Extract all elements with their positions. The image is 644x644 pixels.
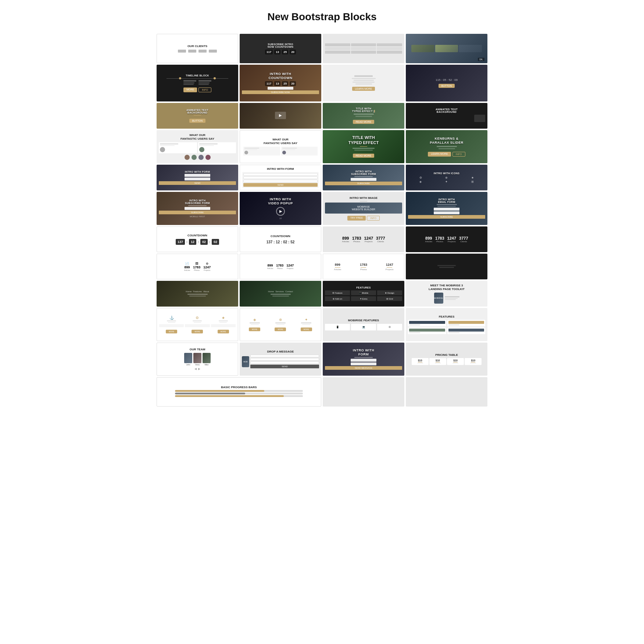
mobirise-features-label: MOBIRISE FEATURES <box>325 319 402 322</box>
basic-progress-block: Basic Progress Bars <box>157 377 321 407</box>
photo-mountain-block: 04. <box>406 34 487 63</box>
intro-form-2-label: INTRO WITH FORM <box>242 167 319 171</box>
stats-icons-2-block: 899 Articles 1783 Photos 1247 Projects <box>240 254 321 279</box>
empty-dark-block <box>406 254 487 279</box>
drop-message-label: DROP A MESSAGE <box>242 350 319 354</box>
our-clients-block[interactable]: OUR CLIENTS <box>157 34 238 63</box>
intro-video-popup-block[interactable]: INTRO WITHVIDEO POPUP ▶ 18 <box>240 192 321 225</box>
stats-light-block: 899 Articles 1783 Photos 1247 Projects 3… <box>323 226 404 252</box>
users-say-2-label: WHAT OURFANTASTIC USERS SAY <box>242 138 319 145</box>
counter-label: 04. <box>478 58 484 61</box>
mobirise-features-block: MOBIRISE FEATURES 📱 💻 ⚙ <box>323 308 404 341</box>
title-typed-2-block[interactable]: TITLE WITHTYPED EFFECT READ MORE <box>323 130 404 163</box>
stats-dark-block: 899 Articles 1783 Photos 1247 Projects 3… <box>406 226 487 252</box>
kenburns-block[interactable]: KENBURNS &PARALLAX SLIDER LEARN MORE INF… <box>406 130 487 163</box>
countdown-photo-block[interactable]: 115 : 05 : 52 : 09 BUTTON <box>406 65 487 101</box>
empty-filler-1 <box>323 377 404 407</box>
desk-photo-block: ▶ <box>240 103 321 129</box>
countdown-1-block: COUNTDOWN 137 : 12 : 02 : 02 <box>157 226 238 252</box>
photo-menu-1-block: Home Features About <box>157 281 238 307</box>
features-1-block: FEATURES ⚙ Feature 📱 Mobile ★ Design ⊕ A… <box>323 281 404 307</box>
empty-filler-2 <box>406 377 487 407</box>
our-clients-label: OUR CLIENTS <box>159 44 236 48</box>
subscribe-countdown-block[interactable]: SUBSCRIBE INTRONOW COUNTDOWN 117 13 25 2… <box>240 34 321 63</box>
animated-text-bg-2-block[interactable]: ANIMATED TEXTBACKGROUND <box>406 103 487 129</box>
timeline-btn-2[interactable]: INFO <box>198 87 211 92</box>
our-team-label: OUR TEAM <box>159 348 236 351</box>
countdown-h1: 13 <box>274 50 280 54</box>
title-typed-1-block[interactable]: TITLE WITHTYPED EFFECT | READ MORE <box>323 103 404 129</box>
animated-text-bg-2-label: ANIMATED TEXTBACKGROUND <box>408 108 485 113</box>
our-team-block: OUR TEAM John Anna Mike ◀ ▶ <box>157 343 238 376</box>
users-say-1-block: WHAT OURFANTASTIC USERS SAY <box>157 130 238 163</box>
drop-message-block[interactable]: DROP A MESSAGE MOB SEND <box>240 343 321 376</box>
countdown-1-label: COUNTDOWN <box>159 234 236 237</box>
intro-icons-block[interactable]: INTRO WITH ICONS ⚙ ⊕ ★ ◈ ✦ ⊞ <box>406 165 487 190</box>
kenburns-label: KENBURNS &PARALLAX SLIDER <box>408 137 485 145</box>
timeline-block[interactable]: TIMELINE BLOCK MORE INFO <box>157 65 238 101</box>
features-text-block: LEARN MORE <box>323 65 404 101</box>
countdown-2-block: COUNTDOWN 137 : 12 : 02 : 52 <box>240 226 321 252</box>
intro-email-form-label: INTRO WITHEMAIL FORM <box>408 198 485 203</box>
blocks-grid: OUR CLIENTS SUBSCRIBE INTRONOW COUNTDOWN… <box>157 34 487 407</box>
countdown-m1: 25 <box>282 50 288 54</box>
title-typed-1-label: TITLE WITHTYPED EFFECT | <box>325 107 402 112</box>
services-1-block: ⚓ ⚙ ★ MORE <box>157 308 238 341</box>
pricing-table-block: PRICING TABLE $10 $10 $10 <box>406 343 487 376</box>
intro-countdown-block[interactable]: INTRO WITHCOUNTDOWN 117 13 25 20 SUBSCRI… <box>240 65 321 101</box>
title-typed-2-label: TITLE WITHTYPED EFFECT <box>325 135 402 145</box>
timeline-label: TIMELINE BLOCK <box>159 74 236 77</box>
basic-progress-label: Basic Progress Bars <box>159 386 319 389</box>
meet-toolkit-label: MEET THE MOBIRISE 3LANDING PAGE TOOLKIT <box>408 284 485 291</box>
subscribe-now-btn[interactable]: SUBSCRIBE NOW <box>242 90 319 94</box>
intro-form-dark-block[interactable]: INTRO WITHFORM SEND MESSAGE <box>323 343 404 376</box>
meet-toolkit-block[interactable]: MEET THE MOBIRISE 3LANDING PAGE TOOLKIT … <box>406 281 487 307</box>
subscribe-countdown-label: SUBSCRIBE INTRONOW COUNTDOWN <box>242 43 319 48</box>
pricing-table-label: PRICING TABLE <box>408 353 485 357</box>
intro-icons-label: INTRO WITH ICONS <box>408 172 485 175</box>
users-say-1-label: WHAT OURFANTASTIC USERS SAY <box>159 133 236 140</box>
intro-form-1-block[interactable]: INTRO WITH FORM SEND <box>157 165 238 190</box>
services-2-block: ◈ MORE ⊕ MORE ✦ MORE <box>240 308 321 341</box>
animated-text-bg-1-block[interactable]: ANIMATED TEXTBACKGROUND BUTTON <box>157 103 238 129</box>
photo-menu-2-block: Home Services Contact <box>240 281 321 307</box>
intro-with-image-block[interactable]: INTRO WITH IMAGE MOBIRISEWEBSITE BUILDER… <box>323 192 404 225</box>
intro-sub-form-2-block[interactable]: INTRO WITHSUBSCRIBE FORM SUBSCRIBE MOBIL… <box>157 192 238 225</box>
intro-form-dark-label: INTRO WITHFORM <box>325 348 402 357</box>
intro-video-popup-label: INTRO WITHVIDEO POPUP <box>242 197 319 205</box>
intro-countdown-label: INTRO WITHCOUNTDOWN <box>242 72 319 80</box>
users-say-2-block: WHAT OURFANTASTIC USERS SAY <box>240 130 321 163</box>
animated-text-bg-1-label: ANIMATED TEXTBACKGROUND <box>159 109 236 114</box>
countdown-d1: 117 <box>265 50 273 54</box>
intro-subscribe-form-label: INTRO WITHSUBSCRIBE FORM <box>325 170 402 175</box>
stats-3col-block: 899 Articles 1783 Photos 1247 Projects <box>323 254 404 279</box>
intro-subscribe-form-block[interactable]: INTRO WITHSUBSCRIBE FORM SUBSCRIBE <box>323 165 404 190</box>
features-2-block: FEATURES <box>406 308 487 341</box>
timeline-btn-1[interactable]: MORE <box>183 87 197 92</box>
countdown-s1: 20 <box>290 50 296 54</box>
intro-sub-form-2-label: INTRO WITHSUBSCRIBE FORM <box>159 199 236 204</box>
intro-with-image-label: INTRO WITH IMAGE <box>325 196 402 200</box>
stats-icons-1-block: 📄 899 Articles 🖼 1783 Photos ⚙ 1247 Proj… <box>157 254 238 279</box>
features-1-label: FEATURES <box>325 286 402 289</box>
page-title: New Bootstrap Blocks <box>267 11 376 23</box>
grid-table-block <box>323 34 404 63</box>
intro-form-2-block[interactable]: INTRO WITH FORM SEND <box>240 165 321 190</box>
features-2-label: FEATURES <box>408 315 485 319</box>
intro-form-1-label: INTRO WITH FORM <box>159 171 236 173</box>
intro-email-form-block[interactable]: INTRO WITHEMAIL FORM SUBSCRIBE <box>406 192 487 225</box>
countdown-2-label: COUNTDOWN <box>242 235 319 238</box>
